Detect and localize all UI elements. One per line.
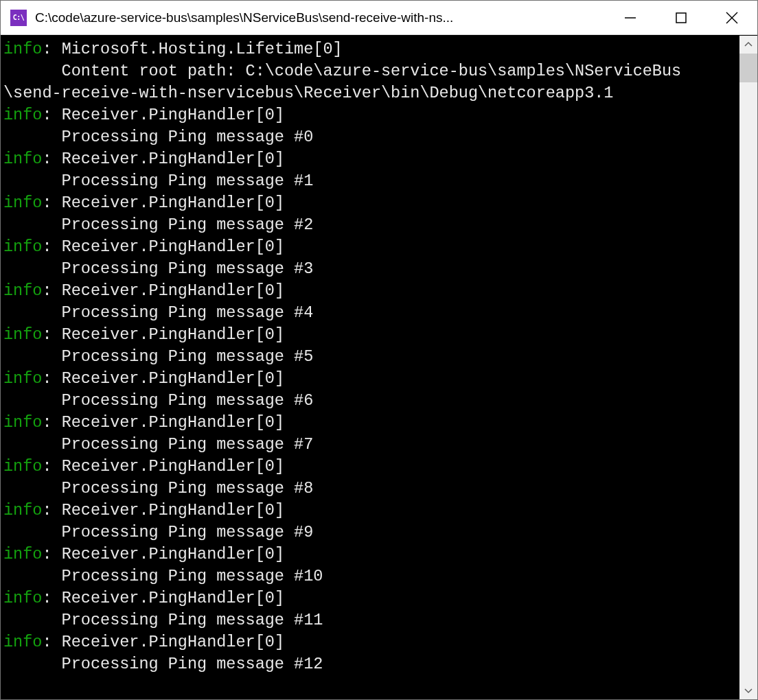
svg-rect-1 xyxy=(676,13,686,23)
vertical-scrollbar[interactable] xyxy=(739,36,757,699)
log-level: info xyxy=(3,545,42,563)
maximize-button[interactable] xyxy=(656,1,707,34)
console-area: info: Microsoft.Hosting.Lifetime[0] Cont… xyxy=(1,35,757,699)
close-button[interactable] xyxy=(707,1,757,34)
window-controls xyxy=(605,1,757,34)
log-level: info xyxy=(3,369,42,388)
log-level: info xyxy=(3,106,42,124)
log-level: info xyxy=(3,457,42,476)
close-icon xyxy=(725,11,739,25)
log-level: info xyxy=(3,413,42,432)
window-title: C:\code\azure-service-bus\samples\NServi… xyxy=(35,10,605,25)
titlebar[interactable]: C:\ C:\code\azure-service-bus\samples\NS… xyxy=(1,1,757,35)
chevron-down-icon xyxy=(744,686,753,695)
console-output[interactable]: info: Microsoft.Hosting.Lifetime[0] Cont… xyxy=(1,36,739,699)
scrollbar-thumb[interactable] xyxy=(739,54,757,82)
log-level: info xyxy=(3,150,42,168)
minimize-icon xyxy=(624,12,636,24)
log-level: info xyxy=(3,194,42,212)
chevron-up-icon xyxy=(744,40,753,49)
maximize-icon xyxy=(675,12,687,24)
console-window: C:\ C:\code\azure-service-bus\samples\NS… xyxy=(0,0,758,700)
log-level: info xyxy=(3,325,42,344)
minimize-button[interactable] xyxy=(605,1,656,34)
log-level: info xyxy=(3,40,42,58)
log-level: info xyxy=(3,589,42,607)
log-level: info xyxy=(3,633,42,651)
log-level: info xyxy=(3,281,42,300)
scroll-up-button[interactable] xyxy=(739,36,757,54)
log-level: info xyxy=(3,237,42,256)
log-level: info xyxy=(3,501,42,520)
app-icon: C:\ xyxy=(10,10,27,26)
scrollbar-track[interactable] xyxy=(739,54,757,681)
scroll-down-button[interactable] xyxy=(739,681,757,699)
